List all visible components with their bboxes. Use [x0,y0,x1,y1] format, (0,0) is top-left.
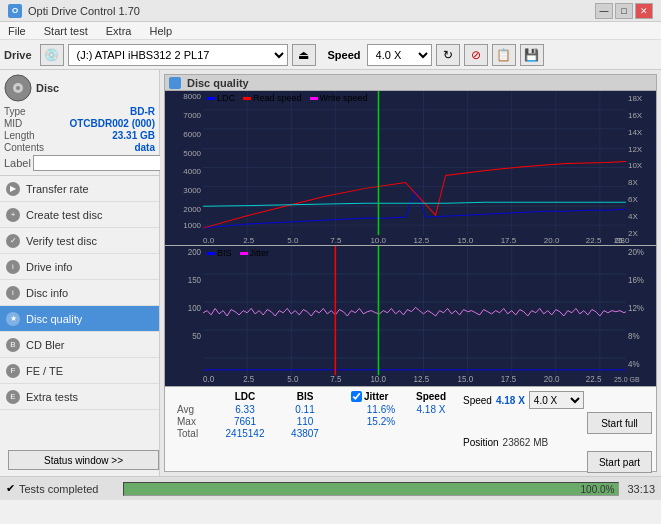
write-speed-label: Write speed [320,93,368,103]
stats-col-speed: Speed [411,391,451,402]
svg-text:22.5: 22.5 [586,236,602,245]
sidebar-item-transfer-rate[interactable]: ▶ Transfer rate [0,176,159,202]
sidebar-item-cd-bler[interactable]: B CD Bler [0,332,159,358]
stats-total-label: Total [177,428,215,439]
disc-type-label: Type [4,106,26,117]
chart-header-icon [169,77,181,89]
svg-text:16%: 16% [628,274,645,284]
sidebar-item-disc-quality[interactable]: ★ Disc quality [0,306,159,332]
main-area: Disc Type BD-R MID OTCBDR002 (000) Lengt… [0,70,661,476]
drive-label: Drive [4,49,32,61]
menu-file[interactable]: File [4,24,30,38]
svg-text:2000: 2000 [183,205,201,214]
read-speed-label: Read speed [253,93,302,103]
svg-text:0.0: 0.0 [203,236,215,245]
svg-text:25.0 GB: 25.0 GB [614,374,640,383]
stats-max-label: Max [177,416,215,427]
svg-text:17.5: 17.5 [501,373,517,383]
menu-help[interactable]: Help [145,24,176,38]
drive-icon-btn: 💿 [40,44,64,66]
lower-chart: BIS Jitter [165,246,656,386]
legend-jitter: Jitter [240,248,270,258]
cd-bler-icon: B [6,338,20,352]
read-speed-color [243,97,251,100]
sidebar-item-transfer-rate-label: Transfer rate [26,183,89,195]
speed-display-label: Speed [463,395,492,406]
svg-text:2.5: 2.5 [243,373,254,383]
disc-length-row: Length 23.31 GB [4,130,155,141]
erase-button[interactable]: ⊘ [464,44,488,66]
disc-contents-label: Contents [4,142,44,153]
svg-text:12X: 12X [628,145,643,154]
sidebar-item-disc-quality-label: Disc quality [26,313,82,325]
ldc-label: LDC [217,93,235,103]
lower-chart-svg: 200 150 100 50 20% 16% 12% 8% 4% 0.0 2.5… [165,246,656,386]
sidebar-item-extra-tests-label: Extra tests [26,391,78,403]
svg-text:12%: 12% [628,302,645,312]
disc-contents-row: Contents data [4,142,155,153]
svg-text:8X: 8X [628,178,638,187]
start-part-button[interactable]: Start part [587,451,652,473]
svg-text:20.0: 20.0 [544,373,560,383]
toolbar: Drive 💿 (J:) ATAPI iHBS312 2 PL17 ⏏ Spee… [0,40,661,70]
stats-max-ldc: 7661 [215,416,275,427]
svg-text:200: 200 [188,246,202,256]
sidebar-item-extra-tests[interactable]: E Extra tests [0,384,159,410]
write-speed-color [310,97,318,100]
drive-select[interactable]: (J:) ATAPI iHBS312 2 PL17 [68,44,288,66]
eject-button[interactable]: ⏏ [292,44,316,66]
start-full-button[interactable]: Start full [587,412,652,434]
svg-text:4000: 4000 [183,167,201,176]
svg-text:0.0: 0.0 [203,373,214,383]
disc-header: Disc [4,74,155,102]
jitter-label: Jitter [250,248,270,258]
stats-col-bis: BIS [275,391,335,402]
time-display: 33:13 [627,483,655,495]
jitter-col-label: Jitter [364,391,388,402]
minimize-button[interactable]: — [595,3,613,19]
upper-chart-legend: LDC Read speed Write speed [207,93,367,103]
bis-label: BIS [217,248,232,258]
speed-select-stats[interactable]: 4.0 X [529,391,584,409]
speed-display-value: 4.18 X [496,395,525,406]
drive-info-icon: i [6,260,20,274]
save-button[interactable]: 💾 [520,44,544,66]
speed-select[interactable]: 4.0 X [367,44,432,66]
sidebar-item-drive-info-label: Drive info [26,261,72,273]
app-title: Opti Drive Control 1.70 [28,5,140,17]
sidebar-item-create-test-disc[interactable]: + Create test disc [0,202,159,228]
refresh-button[interactable]: ↻ [436,44,460,66]
svg-text:22.5: 22.5 [586,373,602,383]
svg-text:16X: 16X [628,111,643,120]
close-button[interactable]: ✕ [635,3,653,19]
disc-length-label: Length [4,130,35,141]
chart-title: Disc quality [187,77,249,89]
svg-text:150: 150 [188,274,202,284]
stats-area: LDC BIS Jitter Speed Avg 6. [165,386,656,471]
svg-text:10X: 10X [628,162,643,171]
window-controls[interactable]: — □ ✕ [595,3,653,19]
sidebar-item-drive-info[interactable]: i Drive info [0,254,159,280]
menu-start-test[interactable]: Start test [40,24,92,38]
svg-text:1000: 1000 [183,221,201,230]
sidebar: Disc Type BD-R MID OTCBDR002 (000) Lengt… [0,70,160,476]
sidebar-item-verify-test-disc-label: Verify test disc [26,235,97,247]
status-window-button[interactable]: Status window >> [8,450,159,470]
maximize-button[interactable]: □ [615,3,633,19]
svg-text:20.0: 20.0 [544,236,560,245]
svg-text:14X: 14X [628,128,643,137]
create-test-disc-icon: + [6,208,20,222]
svg-text:5.0: 5.0 [287,236,299,245]
stats-col-jitter-header: Jitter [351,391,411,402]
chart-container: Disc quality LDC Read speed [164,74,657,472]
sidebar-item-disc-info[interactable]: i Disc info [0,280,159,306]
sidebar-item-fe-te[interactable]: F FE / TE [0,358,159,384]
svg-text:5.0: 5.0 [287,373,298,383]
disc-label-input[interactable] [33,155,166,171]
menu-extra[interactable]: Extra [102,24,136,38]
disc-type-value: BD-R [130,106,155,117]
legend-write-speed: Write speed [310,93,368,103]
sidebar-item-verify-test-disc[interactable]: ✓ Verify test disc [0,228,159,254]
jitter-checkbox[interactable] [351,391,362,402]
copy-button[interactable]: 📋 [492,44,516,66]
